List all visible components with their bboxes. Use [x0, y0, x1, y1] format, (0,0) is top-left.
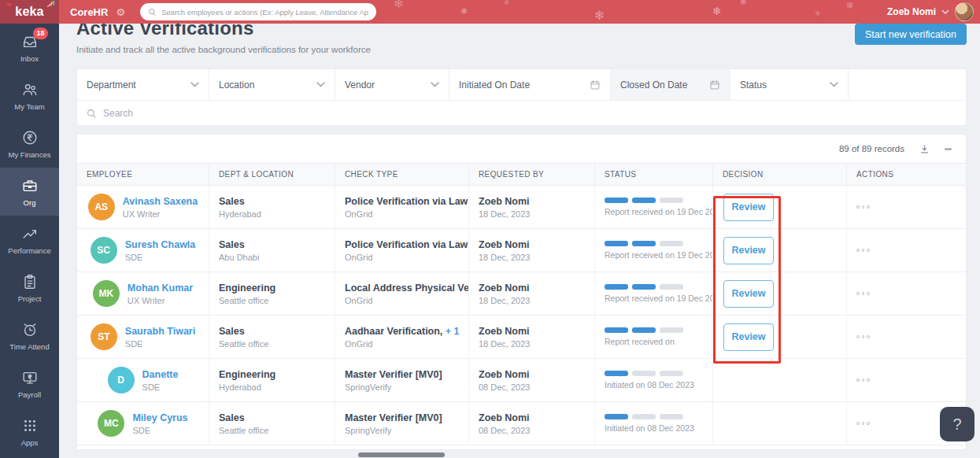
heart-icon: ❤ [6, 2, 12, 9]
employee-name-link[interactable]: Danette [142, 369, 179, 380]
snowflake-icon [815, 9, 821, 17]
more-checks-link[interactable]: + 1 [442, 326, 459, 337]
inbox-badge: 18 [33, 28, 47, 39]
avatar[interactable] [955, 2, 974, 21]
sidebar-item-label: Apps [21, 438, 39, 447]
filter-row: DepartmentLocationVendorInitiated On Dat… [77, 69, 966, 101]
filters-card: DepartmentLocationVendorInitiated On Dat… [76, 68, 967, 126]
topbar: ❤ keka CoreHR ⚙ Zoeb Nomi [0, 0, 980, 24]
employee-avatar: ST [91, 323, 117, 350]
row-actions-menu[interactable] [856, 289, 956, 298]
employee-name-link[interactable]: Miley Cyrus [132, 412, 187, 423]
employee-role: UX Writer [128, 296, 193, 305]
employee-name-link[interactable]: Mohan Kumar [128, 283, 193, 294]
sidebar-item-performance[interactable]: Performance [0, 216, 59, 264]
sidebar: 18 Inbox My Team My Finances Org Perform… [0, 24, 59, 458]
help-button[interactable]: ? [940, 407, 974, 441]
check-type: Police Verification via Law Firm, [345, 196, 469, 207]
sidebar-item-payroll[interactable]: Payroll [0, 360, 59, 408]
filter-vendor[interactable]: Vendor [335, 69, 449, 100]
review-button[interactable]: Review [723, 280, 774, 308]
sidebar-item-inbox[interactable]: 18 Inbox [0, 24, 59, 72]
filter-closed-on-date[interactable]: Closed On Date [611, 69, 730, 100]
column-header: DEPT & LOCATION [209, 164, 335, 185]
apps-icon [21, 417, 39, 434]
sidebar-item-label: Time Attend [9, 342, 49, 351]
location: Hyderabad [219, 382, 325, 392]
column-header: REQUESTED BY [469, 164, 595, 185]
snowflake-icon [504, 0, 510, 6]
department: Sales [219, 239, 325, 250]
table-row: D Danette SDE Engineering Hyderabad Mast… [77, 359, 966, 402]
keka-logo[interactable]: ❤ keka [0, 0, 59, 24]
row-actions-menu[interactable] [856, 246, 956, 255]
review-button[interactable]: Review [723, 323, 774, 351]
start-new-verification-button[interactable]: Start new verification [855, 24, 967, 45]
vendor: OnGrid [345, 296, 459, 305]
check-type: Master Verifier [MV0] [345, 369, 442, 380]
employee-name-link[interactable]: Avinash Saxena [123, 196, 198, 207]
table-search-input[interactable] [103, 108, 956, 119]
filter-label: Location [219, 79, 254, 90]
sidebar-item-apps[interactable]: Apps [0, 408, 59, 456]
employee-role: SDE [125, 253, 196, 262]
sidebar-item-label: Performance [8, 246, 50, 255]
requested-date: 08 Dec, 2023 [479, 426, 585, 435]
employee-name-link[interactable]: Suresh Chawla [125, 239, 196, 250]
download-icon[interactable] [919, 143, 930, 155]
chevron-down-icon [830, 82, 838, 87]
filter-label: Vendor [345, 79, 375, 90]
review-button[interactable]: Review [723, 194, 774, 221]
table-row: MC Miley Cyrus SDE Sales Seattle office … [77, 402, 966, 445]
review-button[interactable]: Review [723, 237, 774, 264]
gear-icon[interactable]: ⚙ [116, 7, 125, 17]
sidebar-item-time-attend[interactable]: Time Attend [0, 312, 59, 360]
requested-date: 18 Dec, 2023 [479, 296, 585, 305]
search-icon [87, 109, 97, 119]
employee-avatar: MK [93, 280, 120, 307]
logo-text: keka [15, 5, 43, 19]
employee-role: UX Writer [123, 209, 198, 219]
location: Hyderabad [219, 209, 325, 219]
payroll-icon [21, 369, 39, 386]
horizontal-scrollbar[interactable] [358, 452, 445, 457]
row-actions-menu[interactable] [856, 332, 956, 342]
filter-initiated-on-date[interactable]: Initiated On Date [449, 69, 611, 100]
vendor: OnGrid [345, 339, 459, 349]
employee-avatar: D [108, 367, 135, 393]
table-row: AS Avinash Saxena UX Writer Sales Hydera… [77, 186, 966, 229]
filter-status[interactable]: Status [730, 69, 849, 100]
global-search [140, 3, 376, 20]
calendar-icon [590, 79, 601, 90]
snowflake-icon [394, 0, 404, 11]
location: Seattle office [219, 339, 325, 349]
requested-by: Zoeb Nomi [479, 369, 585, 380]
column-header: DECISION [713, 164, 847, 185]
table-card: 89 of 89 records EMPLOYEEDEPT & LOCATION… [76, 134, 967, 450]
progress-bar [605, 284, 703, 290]
sidebar-item-my-team[interactable]: My Team [0, 72, 59, 120]
filter-label: Initiated On Date [459, 79, 530, 90]
user-menu[interactable]: Zoeb Nomi [887, 0, 974, 24]
row-actions-menu[interactable] [856, 202, 956, 212]
records-row: 89 of 89 records [77, 135, 966, 163]
employee-avatar: AS [88, 194, 115, 220]
team-icon [21, 81, 39, 98]
filter-location[interactable]: Location [209, 69, 335, 100]
progress-bar [605, 371, 703, 376]
sidebar-item-org[interactable]: Org [0, 168, 59, 216]
status-text: Report received on 19 Dec 2023 [605, 207, 703, 216]
row-actions-menu[interactable] [856, 375, 956, 385]
sidebar-item-project[interactable]: Project [0, 264, 59, 312]
global-search-input[interactable] [161, 8, 368, 17]
location: Abu Dhabi [219, 253, 325, 262]
requested-by: Zoeb Nomi [479, 239, 585, 250]
kebab-menu-icon[interactable] [945, 146, 952, 152]
product-name[interactable]: CoreHR [70, 6, 108, 18]
check-type: Local Address Physical Verification [345, 283, 469, 294]
employee-name-link[interactable]: Saurabh Tiwari [125, 326, 195, 337]
chevron-down-icon [190, 82, 199, 87]
sidebar-item-my-finances[interactable]: My Finances [0, 120, 59, 168]
check-type: Police Verification via Law Firm, [345, 239, 469, 250]
filter-department[interactable]: Department [77, 69, 209, 100]
